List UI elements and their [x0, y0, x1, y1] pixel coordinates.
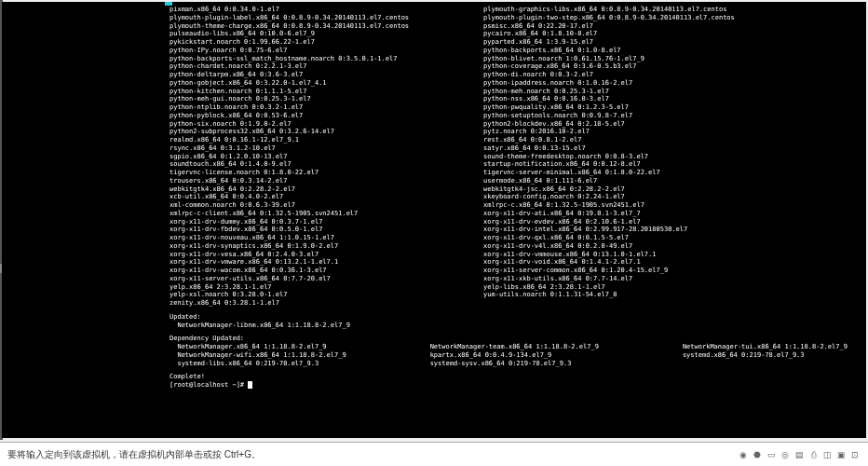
- package-line: tigervnc-server-minimal.x86_64 0:1.8.0-2…: [483, 169, 735, 177]
- dep-line: kpartx.x86_64 0:0.4.9-134.el7_9: [430, 351, 599, 360]
- package-line: xorg-x11-drv-void.x86_64 0:1.4.1-2.el7.1: [483, 258, 735, 267]
- package-line: xorg-x11-drv-vesa.x86_64 0:2.4.0-3.el7: [170, 251, 409, 259]
- updated-item: NetworkManager-libnm.x86_64 1:1.18.8-2.e…: [170, 322, 866, 330]
- dep-updated-header: Dependency Updated:: [170, 335, 866, 343]
- camera-icon[interactable]: ▣: [835, 449, 847, 460]
- package-line: plymouth-graphics-libs.x86_64 0:0.8.9-0.…: [483, 6, 735, 14]
- dep-line: systemd-libs.x86_64 0:219-78.el7_9.3: [170, 360, 346, 368]
- package-line: trousers.x86_64 0:0.3.14-2.el7: [170, 177, 409, 185]
- package-line: xorg-x11-drv-fbdev.x86_64 0:0.5.0-1.el7: [170, 226, 409, 234]
- sound-icon[interactable]: ◫: [821, 449, 833, 460]
- package-line: xmlrpc-c.x86_64 0:1.32.5-1905.svn2451.el…: [483, 201, 735, 210]
- package-line: python-nss.x86_64 0:0.16.0-3.el7: [483, 95, 735, 103]
- package-line: xmlrpc-c-client.x86_64 0:1.32.5-1905.svn…: [170, 210, 409, 218]
- network-icon[interactable]: ▤: [793, 449, 805, 460]
- dep-line: NetworkManager-team.x86_64 1:1.18.8-2.el…: [430, 343, 599, 351]
- status-text: 要将输入定向到该虚拟机，请在虚拟机内部单击或按 Ctrl+G。: [7, 448, 261, 461]
- package-line: pixman.x86_64 0:0.34.0-1.el7: [170, 6, 409, 14]
- package-line: xorg-x11-drv-vmmouse.x86_64 0:13.1.0-1.e…: [483, 251, 735, 259]
- package-line: plymouth-plugin-two-step.x86_64 0:0.8.9-…: [483, 14, 735, 22]
- package-line: xorg-x11-drv-dummy.x86_64 0:0.3.7-1.el7: [170, 218, 409, 226]
- package-line: sound-theme-freedesktop.noarch 0:0.8-3.e…: [483, 153, 735, 161]
- package-line: xorg-x11-drv-nouveau.x86_64 1:1.0.15-1.e…: [170, 234, 409, 242]
- package-line: python-deltarpm.x86_64 0:3.6-3.el7: [170, 71, 409, 79]
- package-line: python-ntplib.noarch 0:0.3.2-1.el7: [170, 103, 409, 112]
- package-line: python-ipaddress.noarch 0:1.0.16-2.el7: [483, 79, 735, 88]
- package-line: rsync.x86_64 0:3.1.2-10.el7: [170, 144, 409, 153]
- package-line: xcb-util.x86_64 0:0.4.0-2.el7: [170, 193, 409, 201]
- package-line: python-chardet.noarch 0:2.2.1-3.el7: [170, 62, 409, 71]
- dep-line: NetworkManager-wifi.x86_64 1:1.18.8-2.el…: [170, 351, 346, 360]
- package-line: tigervnc-license.noarch 0:1.8.0-22.el7: [170, 169, 409, 177]
- package-line: xorg-x11-xkb-utils.x86_64 0:7.7-14.el7: [483, 275, 735, 283]
- package-line: python-blivet.noarch 1:0.61.15.76-1.el7_…: [483, 55, 735, 63]
- package-line: zenity.x86_64 0:3.28.1-1.el7: [170, 299, 409, 308]
- package-line: pykickstart.noarch 0:1.99.66.22-1.el7: [170, 38, 409, 47]
- package-line: python2-subprocess32.x86_64 0:3.2.6-14.e…: [170, 128, 409, 136]
- package-line: python-backports-ssl_match_hostname.noar…: [170, 55, 409, 63]
- package-line: webkitgtk4.x86_64 0:2.28.2-2.el7: [170, 185, 409, 194]
- package-line: pycairo.x86_64 0:1.8.10-8.el7: [483, 30, 735, 38]
- floppy-icon[interactable]: ▭: [766, 449, 777, 460]
- package-line: pyparted.x86_64 1:3.9-15.el7: [483, 38, 735, 47]
- package-line: xml-common.noarch 0:0.6.3-39.el7: [170, 201, 409, 210]
- package-line: python-meh.noarch 0:0.25.3-1.el7: [483, 88, 735, 96]
- cd-icon[interactable]: ◉: [738, 449, 749, 460]
- lock-icon[interactable]: ⊡: [849, 449, 861, 460]
- dep-line: systemd.x86_64 0:219-78.el7_9.3: [683, 351, 848, 360]
- package-line: sgpio.x86_64 0:1.2.0.10-13.el7: [170, 153, 409, 161]
- vm-status-bar: 要将输入定向到该虚拟机，请在虚拟机内部单击或按 Ctrl+G。 ◉ ⬣ ▭ ◎ …: [0, 442, 868, 466]
- package-line: yelp.x86_64 2:3.28.1-1.el7: [170, 283, 409, 292]
- package-line: satyr.x86_64 0:0.13-15.el7: [483, 144, 735, 153]
- package-line: xorg-x11-drv-synaptics.x86_64 0:1.9.0-2.…: [170, 242, 409, 251]
- package-line: python-pyblock.x86_64 0:0.53-6.el7: [170, 112, 409, 120]
- vm-console-window[interactable]: pixman.x86_64 0:0.34.0-1.el7plymouth-plu…: [2, 2, 866, 438]
- package-line: xorg-x11-drv-v4l.x86_64 0:0.2.0-49.el7: [483, 242, 735, 251]
- package-line: plymouth-theme-charge.x86_64 0:0.8.9-0.3…: [170, 22, 409, 31]
- dep-line: systemd-sysv.x86_64 0:219-78.el7_9.3: [430, 360, 599, 368]
- shell-prompt: [root@localhost ~]#: [170, 381, 244, 390]
- package-line: xorg-x11-drv-ati.x86_64 0:19.0.1-3.el7_7: [483, 210, 735, 218]
- complete-label: Complete!: [170, 373, 866, 381]
- package-line: python-backports.x86_64 0:1.0-8.el7: [483, 47, 735, 55]
- package-line: yum-utils.noarch 0:1.1.31-54.el7_8: [483, 291, 735, 299]
- package-line: python-pwquality.x86_64 0:1.2.3-5.el7: [483, 103, 735, 112]
- package-line: xkeyboard-config.noarch 0:2.24-1.el7: [483, 193, 735, 201]
- console-marker: [165, 2, 172, 6]
- package-line: python-setuptools.noarch 0:0.9.8-7.el7: [483, 112, 735, 120]
- cursor: [248, 381, 252, 389]
- package-line: python-IPy.noarch 0:0.75-6.el7: [170, 47, 409, 55]
- package-line: python-kitchen.noarch 0:1.1.1-5.el7: [170, 88, 409, 96]
- package-line: xorg-x11-drv-evdev.x86_64 0:2.10.6-1.el7: [483, 218, 735, 226]
- package-line: xorg-x11-drv-intel.x86_64 0:2.99.917-28.…: [483, 226, 735, 234]
- updated-header: Updated:: [170, 313, 866, 322]
- package-line: pulseaudio-libs.x86_64 0:10.0-6.el7_9: [170, 30, 409, 38]
- status-icons: ◉ ⬣ ▭ ◎ ▤ ⎙ ◫ ▣ ⊡: [738, 449, 861, 460]
- package-line: python2-blockdev.x86_64 0:2.18-5.el7: [483, 120, 735, 129]
- package-line: webkitgtk4-jsc.x86_64 0:2.28.2-2.el7: [483, 185, 735, 194]
- package-line: plymouth-plugin-label.x86_64 0:0.8.9-0.3…: [170, 14, 409, 22]
- package-line: xorg-x11-drv-qxl.x86_64 0:0.1.5-5.el7: [483, 234, 735, 242]
- dep-line: NetworkManager-tui.x86_64 1:1.18.8-2.el7…: [683, 343, 848, 351]
- package-line: python-meh-gui.noarch 0:0.25.3-1.el7: [170, 95, 409, 103]
- usb-icon[interactable]: ⎙: [807, 449, 819, 460]
- cd2-icon[interactable]: ◎: [780, 449, 791, 460]
- package-line: pytz.noarch 0:2016.10-2.el7: [483, 128, 735, 136]
- package-line: yelp-xsl.noarch 0:3.28.0-1.el7: [170, 291, 409, 299]
- disk-icon[interactable]: ⬣: [752, 449, 763, 460]
- package-line: yelp-libs.x86_64 2:3.28.1-1.el7: [483, 283, 735, 292]
- package-line: python-six.noarch 0:1.9.0-2.el7: [170, 120, 409, 129]
- package-line: psmisc.x86_64 0:22.20-17.el7: [483, 22, 735, 31]
- package-line: xorg-x11-server-common.x86_64 0:1.20.4-1…: [483, 267, 735, 275]
- package-line: usermode.x86_64 0:1.111-6.el7: [483, 177, 735, 185]
- dep-line: NetworkManager.x86_64 1:1.18.8-2.el7_9: [170, 343, 346, 351]
- package-line: xorg-x11-drv-wacom.x86_64 0:0.36.1-3.el7: [170, 267, 409, 275]
- package-line: python-gobject.x86_64 0:3.22.0-1.el7_4.1: [170, 79, 409, 88]
- package-line: rest.x86_64 0:0.8.1-2.el7: [483, 136, 735, 144]
- package-line: startup-notification.x86_64 0:0.12-8.el7: [483, 160, 735, 169]
- package-line: python-coverage.x86_64 0:3.6-0.5.b3.el7: [483, 62, 735, 71]
- package-line: soundtouch.x86_64 0:1.4.0-9.el7: [170, 160, 409, 169]
- package-line: realmd.x86_64 0:0.16.1-12.el7_9.1: [170, 136, 409, 144]
- package-line: xorg-x11-server-utils.x86_64 0:7.7-20.el…: [170, 275, 409, 283]
- package-line: xorg-x11-drv-vmware.x86_64 0:13.2.1-1.el…: [170, 258, 409, 267]
